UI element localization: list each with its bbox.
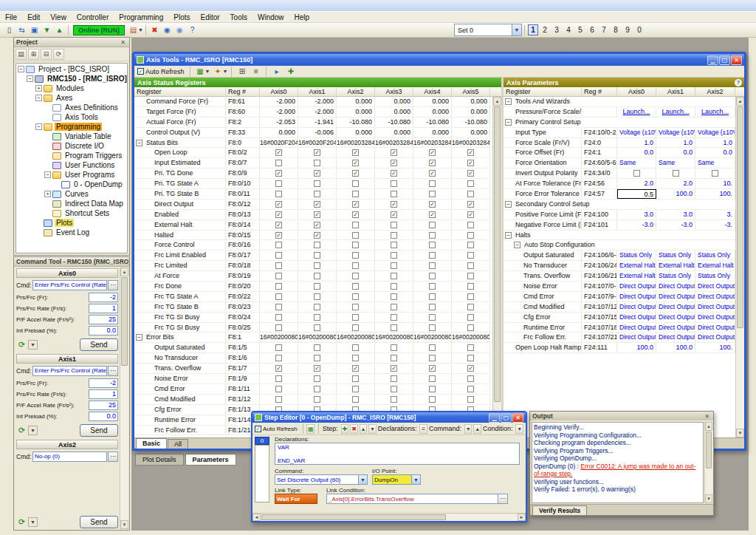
param-value-cell[interactable]: 0.0 [656,148,695,157]
expander-icon[interactable]: − [35,95,42,101]
maximize-button[interactable]: ▢ [719,55,730,65]
param-enum-cell[interactable]: External Halt [656,261,695,270]
param-enum-cell[interactable]: Voltage (±10V) [617,128,656,137]
param-value-cell[interactable]: 1.0 [656,138,695,148]
param-enum-cell[interactable]: Direct Output ... [656,292,695,301]
auto-refresh-checkbox[interactable]: ✓ [137,68,144,75]
io-point-select[interactable]: DumpOn ▼ [372,474,421,485]
param-enum-cell[interactable]: Direct Output ... [617,333,656,342]
field-input[interactable]: -2 [89,293,118,302]
param-enum-cell[interactable]: External Halt [617,261,656,270]
scroll-down-icon[interactable]: ▼ [705,494,712,503]
collapse-icon[interactable]: − [136,140,142,146]
close-icon[interactable]: ✕ [119,39,127,46]
param-value-cell[interactable]: 0.0 [617,148,656,157]
horizontal-scrollbar[interactable]: ◄ ► [252,513,526,521]
param-enum-cell[interactable]: Direct Output ... [617,282,656,291]
param-enum-cell[interactable]: Status Only [617,251,656,260]
params-scrollbar[interactable]: ▲ ▼ [735,97,744,437]
tree-item[interactable]: Axis Tools [16,112,127,122]
param-enum-cell[interactable]: Status Only [656,251,695,260]
download-to-controller-icon[interactable]: ▼ [41,24,53,36]
expander-icon[interactable]: − [44,171,51,178]
tab-basic[interactable]: Basic [136,438,167,449]
command-collapse-icon[interactable]: ▴ [473,424,481,434]
chevron-down-icon[interactable]: ▼ [205,69,210,74]
param-value-cell[interactable]: 100. [695,343,735,352]
menu-tools[interactable]: Tools [225,13,252,22]
launch-link[interactable]: Launch... [695,107,735,117]
param-checkbox-cell[interactable] [695,168,735,178]
tab-all[interactable]: All [168,439,188,449]
tree-item[interactable]: Plots [16,218,127,228]
send-button[interactable]: Send [80,338,118,351]
field-input[interactable]: 0.0 [89,412,118,421]
scroll-up-icon[interactable]: ▲ [736,97,744,106]
set-number-2[interactable]: 2 [540,24,550,35]
command-type-icon[interactable]: ⟳ [16,339,27,350]
param-value-cell[interactable]: 100.0 [617,343,656,352]
expander-icon[interactable]: + [44,191,51,197]
command-picker-button[interactable]: ⋯ [108,280,118,290]
output-titlebar[interactable]: Output ✕ [530,412,713,420]
view-tab-parameters[interactable]: Parameters [185,454,236,466]
copy-to-controller-icon[interactable]: ▸ [270,66,283,78]
set-number-3[interactable]: 3 [551,24,562,35]
tree-item[interactable]: Shortcut Sets [16,208,127,218]
scroll-thumb[interactable] [494,106,501,402]
param-value-cell[interactable]: 10. [695,179,735,188]
run-programs-icon[interactable]: ◉ [161,24,173,36]
collapse-icon[interactable]: − [505,98,512,105]
collapse-icon[interactable]: − [514,242,520,248]
set-number-6[interactable]: 6 [587,24,597,35]
condition-expand-icon[interactable]: ▾ [515,424,523,434]
close-button[interactable]: ✕ [731,55,742,65]
param-value-cell[interactable]: -3.0 [656,220,695,230]
axis-section-header[interactable]: Axis2 [16,440,118,449]
menu-file[interactable]: File [0,13,22,22]
tree-item[interactable]: −Programming [16,122,127,132]
command-type-icon[interactable]: ⟳ [16,425,27,436]
minimize-button[interactable]: ▁ [489,413,500,423]
command-select[interactable]: Set Discrete Output (60) ▼ [275,474,368,485]
param-enum-cell[interactable]: Direct Output ... [695,323,735,333]
param-enum-cell[interactable]: Direct Output ... [695,282,735,291]
param-enum-cell[interactable]: Same [695,158,735,168]
menu-help[interactable]: Help [289,13,315,22]
set-number-8[interactable]: 8 [611,24,621,35]
param-value-cell[interactable]: -3.0 [617,220,656,230]
tree-item[interactable]: −Project - [BCS_ISRO] [16,64,127,74]
expander-icon[interactable]: − [18,66,24,72]
tree-item[interactable]: User Functions [16,160,127,170]
chevron-down-icon[interactable]: ▼ [358,475,367,484]
ellipsis-picker-icon[interactable]: ⋯ [498,494,507,503]
online-edit-icon[interactable]: ▦ [306,424,315,434]
new-step-icon[interactable]: ✚ [341,424,349,434]
tree-item[interactable]: Variable Table [16,132,127,141]
launch-link[interactable]: Launch... [656,107,695,117]
expander-icon[interactable]: + [35,85,42,92]
field-input[interactable]: 0.0 [89,326,118,335]
param-value-cell[interactable]: 100. [695,189,735,199]
chevron-down-icon[interactable]: ▼ [222,69,227,74]
launch-link[interactable]: Launch... [617,107,656,117]
menu-controller[interactable]: Controller [72,13,114,22]
param-value-cell[interactable]: 1.0 [695,138,735,148]
param-value-cell[interactable]: -3. [695,220,735,230]
command-picker-button[interactable]: ⋯ [108,451,118,462]
param-enum-cell[interactable]: Direct Output ... [617,313,656,322]
axis-section-header[interactable]: Axis0 [16,268,118,278]
command-tool-titlebar[interactable]: Command Tool - RMC150 (RMC_ISRO) ✕ [14,257,129,267]
collapse-icon[interactable]: − [505,201,512,208]
command-type-icon[interactable]: ⟳ [16,517,27,528]
param-checkbox[interactable] [712,170,718,177]
field-input[interactable]: 1 [89,389,118,399]
send-button[interactable]: Send [80,516,118,528]
move-step-down-icon[interactable]: ▾ [368,424,377,434]
declarations-editor[interactable]: VAREND_VAR [275,443,520,465]
maximize-button[interactable]: ▢ [501,413,512,423]
param-enum-cell[interactable]: Direct Output ... [656,282,695,291]
tree-item[interactable]: Axes Definitions [16,103,127,112]
param-value-cell[interactable]: 2.0 [656,179,695,188]
param-enum-cell[interactable]: Direct Output ... [656,323,695,333]
